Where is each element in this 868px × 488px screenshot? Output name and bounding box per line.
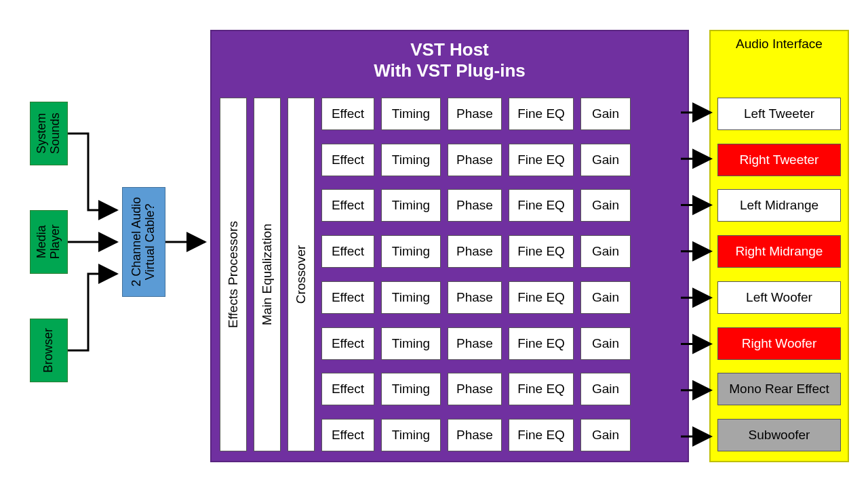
cable-label: 2 Channel AudioVirtual Cable? — [130, 197, 157, 287]
vst-grid-row: EffectTimingPhaseFine EQGain — [321, 327, 679, 360]
output-right-midrange: Right Midrange — [717, 235, 841, 268]
gain-cell: Gain — [580, 373, 631, 405]
effect-cell: Effect — [321, 373, 374, 405]
vst-body: Effects Processors Main Equalization Cro… — [220, 98, 679, 451]
timing-cell: Timing — [381, 281, 441, 314]
source-system-sounds: SystemSounds — [30, 102, 68, 165]
virtual-cable: 2 Channel AudioVirtual Cable? — [122, 187, 165, 297]
fineeq-cell: Fine EQ — [509, 419, 574, 451]
vst-grid: EffectTimingPhaseFine EQGainEffectTiming… — [321, 98, 679, 451]
fineeq-cell: Fine EQ — [509, 189, 574, 222]
gain-cell: Gain — [580, 144, 631, 176]
phase-cell: Phase — [448, 189, 502, 222]
iface-body: Left TweeterRight TweeterLeft MidrangeRi… — [717, 98, 841, 451]
phase-cell: Phase — [448, 281, 502, 314]
phase-cell: Phase — [448, 419, 502, 451]
source-label: Browser — [42, 328, 56, 373]
phase-cell: Phase — [448, 373, 502, 405]
phase-cell: Phase — [448, 98, 502, 130]
timing-cell: Timing — [381, 189, 441, 222]
gain-cell: Gain — [580, 327, 631, 360]
source-label: MediaPlayer — [35, 224, 62, 259]
effect-cell: Effect — [321, 419, 374, 451]
phase-cell: Phase — [448, 144, 502, 176]
vst-title: VST Host With VST Plug-ins — [212, 39, 688, 81]
output-left-midrange: Left Midrange — [717, 189, 841, 222]
timing-cell: Timing — [381, 373, 441, 405]
timing-cell: Timing — [381, 98, 441, 130]
phase-cell: Phase — [448, 235, 502, 268]
fineeq-cell: Fine EQ — [509, 327, 574, 360]
effect-cell: Effect — [321, 144, 374, 176]
effects-label: Effects Processors — [226, 221, 241, 328]
fineeq-cell: Fine EQ — [509, 144, 574, 176]
phase-cell: Phase — [448, 327, 502, 360]
output-right-tweeter: Right Tweeter — [717, 144, 841, 176]
gain-cell: Gain — [580, 189, 631, 222]
fineeq-cell: Fine EQ — [509, 373, 574, 405]
eq-label: Main Equalization — [260, 224, 275, 325]
xo-label: Crossover — [294, 245, 309, 304]
effects-processors-column: Effects Processors — [220, 98, 247, 451]
effect-cell: Effect — [321, 327, 374, 360]
effect-cell: Effect — [321, 281, 374, 314]
fineeq-cell: Fine EQ — [509, 281, 574, 314]
vst-host-container: VST Host With VST Plug-ins Effects Proce… — [210, 30, 689, 462]
audio-interface-container: Audio Interface Left TweeterRight Tweete… — [709, 30, 849, 462]
gain-cell: Gain — [580, 419, 631, 451]
source-label: SystemSounds — [35, 113, 62, 154]
gain-cell: Gain — [580, 98, 631, 130]
source-media-player: MediaPlayer — [30, 210, 68, 274]
effect-cell: Effect — [321, 189, 374, 222]
timing-cell: Timing — [381, 144, 441, 176]
crossover-column: Crossover — [288, 98, 315, 451]
vst-grid-row: EffectTimingPhaseFine EQGain — [321, 373, 679, 405]
output-left-tweeter: Left Tweeter — [717, 98, 841, 130]
vst-title-line1: VST Host — [212, 39, 688, 60]
output-mono-rear-effect: Mono Rear Effect — [717, 373, 841, 405]
vst-grid-row: EffectTimingPhaseFine EQGain — [321, 189, 679, 222]
vst-grid-row: EffectTimingPhaseFine EQGain — [321, 235, 679, 268]
fineeq-cell: Fine EQ — [509, 235, 574, 268]
source-browser: Browser — [30, 319, 68, 382]
output-right-woofer: Right Woofer — [717, 327, 841, 360]
vst-grid-row: EffectTimingPhaseFine EQGain — [321, 144, 679, 176]
vst-grid-row: EffectTimingPhaseFine EQGain — [321, 281, 679, 314]
vst-grid-row: EffectTimingPhaseFine EQGain — [321, 98, 679, 130]
output-subwoofer: Subwoofer — [717, 419, 841, 451]
effect-cell: Effect — [321, 235, 374, 268]
vst-grid-row: EffectTimingPhaseFine EQGain — [321, 419, 679, 451]
output-left-woofer: Left Woofer — [717, 281, 841, 314]
iface-title: Audio Interface — [711, 37, 848, 52]
main-eq-column: Main Equalization — [254, 98, 281, 451]
gain-cell: Gain — [580, 235, 631, 268]
timing-cell: Timing — [381, 419, 441, 451]
timing-cell: Timing — [381, 327, 441, 360]
gain-cell: Gain — [580, 281, 631, 314]
timing-cell: Timing — [381, 235, 441, 268]
vst-title-line2: With VST Plug-ins — [212, 60, 688, 81]
effect-cell: Effect — [321, 98, 374, 130]
fineeq-cell: Fine EQ — [509, 98, 574, 130]
